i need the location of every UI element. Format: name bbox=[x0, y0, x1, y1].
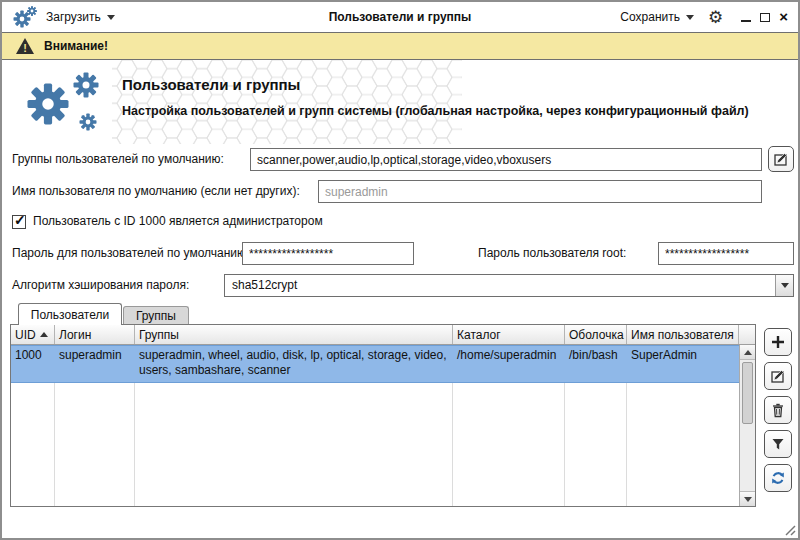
settings-gear-icon[interactable]: ⚙ bbox=[708, 9, 723, 26]
table-body: 1000 superadmin superadmin, wheel, audio… bbox=[11, 345, 739, 506]
svg-text:!: ! bbox=[23, 42, 27, 54]
sort-asc-icon bbox=[40, 332, 48, 337]
root-password-input[interactable] bbox=[658, 242, 794, 265]
column-header-filler bbox=[739, 325, 755, 344]
filter-funnel-icon bbox=[770, 436, 786, 452]
save-menu-button[interactable]: Сохранить bbox=[620, 10, 694, 24]
triangle-down-icon bbox=[744, 497, 752, 502]
default-username-input[interactable] bbox=[318, 180, 762, 203]
chevron-down-icon bbox=[686, 15, 694, 20]
resize-grip[interactable] bbox=[782, 522, 796, 536]
trash-icon bbox=[770, 402, 786, 418]
edit-button[interactable] bbox=[764, 362, 792, 390]
page-title: Пользователи и группы bbox=[122, 76, 300, 93]
load-menu-button[interactable]: Загрузить bbox=[46, 10, 115, 24]
cell-login: superadmin bbox=[55, 346, 135, 382]
scrollbar-thumb[interactable] bbox=[742, 362, 753, 424]
page-header: Пользователи и группы Настройка пользова… bbox=[2, 60, 798, 144]
users-groups-gears-icon bbox=[14, 66, 114, 138]
pencil-icon bbox=[770, 368, 786, 384]
checkbox-check-icon: ✓ bbox=[14, 212, 26, 228]
scroll-down-button[interactable] bbox=[740, 491, 755, 506]
save-menu-label: Сохранить bbox=[620, 10, 680, 24]
cell-shell: /bin/bash bbox=[565, 346, 627, 382]
table-row-superadmin[interactable]: 1000 superadmin superadmin, wheel, audio… bbox=[11, 345, 739, 383]
column-header-uid[interactable]: UID bbox=[11, 325, 55, 344]
tab-groups[interactable]: Группы bbox=[123, 306, 189, 325]
default-groups-input[interactable] bbox=[250, 148, 762, 171]
pencil-icon bbox=[773, 151, 789, 167]
combo-dropdown-button[interactable] bbox=[775, 275, 793, 296]
hash-algorithm-value: sha512crypt bbox=[232, 278, 297, 292]
cell-groups: superadmin, wheel, audio, disk, lp, opti… bbox=[135, 346, 453, 382]
close-button[interactable]: × bbox=[779, 12, 788, 22]
table-header: UID Логин Группы Каталог Оболочка Имя по… bbox=[11, 325, 755, 345]
refresh-button[interactable] bbox=[764, 464, 792, 492]
triangle-up-icon bbox=[744, 350, 752, 355]
column-header-login[interactable]: Логин bbox=[55, 325, 135, 344]
default-username-label: Имя пользователя по умолчанию (если нет … bbox=[12, 180, 300, 203]
column-header-groups[interactable]: Группы bbox=[135, 325, 453, 344]
default-password-label: Пароль для пользователей по умолчанию: bbox=[12, 242, 249, 265]
warning-text: Внимание! bbox=[44, 39, 108, 53]
minimize-button[interactable] bbox=[741, 20, 751, 22]
warning-banner: ! Внимание! bbox=[2, 32, 798, 60]
hexagon-pattern bbox=[112, 60, 462, 144]
chevron-down-icon bbox=[781, 283, 789, 288]
load-menu-label: Загрузить bbox=[46, 10, 101, 24]
root-password-label: Пароль пользователя root: bbox=[478, 242, 626, 265]
cell-home: /home/superadmin bbox=[453, 346, 565, 382]
admin-checkbox-label: Пользователь с ID 1000 является админист… bbox=[33, 211, 323, 231]
column-header-name[interactable]: Имя пользователя bbox=[627, 325, 739, 344]
edit-groups-button[interactable] bbox=[768, 146, 794, 172]
maximize-button[interactable] bbox=[760, 13, 770, 22]
default-password-input[interactable] bbox=[242, 242, 414, 265]
refresh-icon bbox=[770, 470, 786, 486]
filter-button[interactable] bbox=[764, 430, 792, 458]
tab-users[interactable]: Пользователи bbox=[18, 303, 122, 325]
page-subtitle: Настройка пользователей и групп системы … bbox=[122, 104, 782, 118]
column-header-shell[interactable]: Оболочка bbox=[565, 325, 627, 344]
titlebar: Загрузить Пользователи и группы Сохранит… bbox=[2, 2, 798, 32]
warning-triangle-icon: ! bbox=[15, 37, 35, 55]
chevron-down-icon bbox=[107, 15, 115, 20]
scroll-up-button[interactable] bbox=[740, 345, 755, 360]
cell-uid: 1000 bbox=[11, 346, 55, 382]
plus-icon bbox=[770, 334, 786, 350]
users-table: UID Логин Группы Каталог Оболочка Имя по… bbox=[10, 324, 756, 507]
app-window: Загрузить Пользователи и группы Сохранит… bbox=[0, 0, 800, 540]
app-icon bbox=[12, 5, 38, 29]
cell-name: SuperAdmin bbox=[627, 346, 739, 382]
hash-algorithm-label: Алгоритм хэширования пароля: bbox=[12, 274, 189, 297]
vertical-scrollbar[interactable] bbox=[739, 345, 755, 506]
admin-checkbox[interactable]: ✓ bbox=[12, 215, 26, 229]
add-button[interactable] bbox=[764, 328, 792, 356]
column-header-home[interactable]: Каталог bbox=[453, 325, 565, 344]
hash-algorithm-select[interactable]: sha512crypt bbox=[224, 274, 794, 297]
delete-button[interactable] bbox=[764, 396, 792, 424]
default-groups-label: Группы пользователей по умолчанию: bbox=[12, 148, 224, 171]
